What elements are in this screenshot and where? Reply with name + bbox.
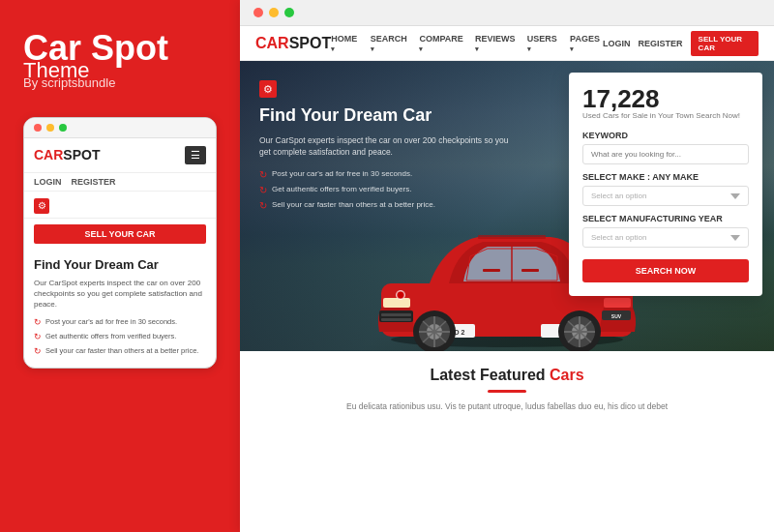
desktop-register-link[interactable]: REGISTER <box>639 39 683 48</box>
nav-users[interactable]: USERS <box>527 34 560 53</box>
hero-bullet-icon-1: ↻ <box>259 169 267 180</box>
mobile-dots-bar <box>24 118 216 138</box>
desktop-logo-car: CAR <box>255 35 289 51</box>
hero-bullet-icon-2: ↻ <box>259 185 267 195</box>
make-label: Select Make : Any make <box>582 172 749 182</box>
nav-reviews[interactable]: REVIEWS <box>475 34 518 53</box>
desktop-nav: CARSPOT HOME SEARCH COMPARE REVIEWS USER… <box>240 26 774 61</box>
desktop-login-link[interactable]: LOGIN <box>603 39 631 48</box>
svg-rect-4 <box>381 313 411 316</box>
browser-dot-green <box>284 8 294 17</box>
bottom-title: Latest Featured Cars <box>259 367 755 384</box>
browser-bar <box>240 0 774 26</box>
svg-point-9 <box>397 291 404 299</box>
bottom-description: Eu delicata rationibus usu. Vis te putan… <box>313 400 700 413</box>
mobile-content: Find Your Dream Car Our CarSpot experts … <box>24 250 216 369</box>
bottom-section: Latest Featured Cars Eu delicata rationi… <box>240 351 774 532</box>
desktop-logo: CARSPOT <box>255 35 331 52</box>
bottom-title-normal: Latest Featured <box>430 367 545 383</box>
nav-search[interactable]: SEARCH <box>371 34 410 53</box>
search-widget: 17,228 Used Cars for Sale in Your Town S… <box>569 73 762 296</box>
mobile-bullet-2: ↻ Get authentic offers from verified buy… <box>34 332 206 343</box>
keyword-label: Keyword <box>582 131 749 140</box>
mobile-login-row: LOGIN REGISTER <box>24 173 216 192</box>
svg-rect-29 <box>478 235 546 239</box>
svg-rect-6 <box>383 298 410 308</box>
mobile-bullet-1: ↻ Post your car's ad for free in 30 seco… <box>34 317 206 329</box>
mobile-bullet-3: ↻ Sell your car faster than others at a … <box>34 346 206 358</box>
nav-compare[interactable]: COMPARE <box>419 34 464 53</box>
mobile-dot-green <box>59 124 67 132</box>
browser-dot-red <box>253 8 263 17</box>
svg-rect-5 <box>381 318 411 321</box>
desktop-nav-links: HOME SEARCH COMPARE REVIEWS USERS PAGES <box>331 34 603 53</box>
year-select[interactable]: Select an option <box>582 227 749 248</box>
desktop-nav-right: LOGIN REGISTER SELL YOUR CAR <box>603 31 759 56</box>
mobile-logo: CARSPOT <box>34 147 100 163</box>
hero-section: ⚙ Find Your Dream Car Our CarSpot expert… <box>240 61 774 351</box>
left-panel: Car Spot Theme By scriptsbundle CARSPOT … <box>0 0 240 532</box>
app-by: By scriptsbundle <box>23 75 217 90</box>
mobile-dot-yellow <box>46 124 54 132</box>
mobile-nav: CARSPOT ☰ <box>24 138 216 173</box>
hero-bullet-icon-3: ↻ <box>259 200 267 211</box>
mobile-find-title: Find Your Dream Car <box>34 257 206 272</box>
svg-rect-31 <box>521 269 539 272</box>
mobile-dot-red <box>34 124 42 132</box>
browser-dot-yellow <box>269 8 279 17</box>
svg-rect-7 <box>604 298 631 308</box>
keyword-input[interactable] <box>582 144 749 164</box>
search-now-button[interactable]: SEARCH NOW <box>582 259 749 282</box>
desktop-logo-spot: SPOT <box>289 35 332 51</box>
svg-text:SUV: SUV <box>611 313 622 319</box>
hero-title: Find Your Dream Car <box>259 105 511 127</box>
search-count-description: Used Cars for Sale in Your Town Search N… <box>582 111 749 121</box>
make-select[interactable]: Select an option <box>582 186 749 206</box>
mobile-login-link[interactable]: LOGIN <box>34 177 62 187</box>
bottom-title-highlight: Cars <box>550 367 584 383</box>
svg-rect-30 <box>483 269 500 272</box>
mobile-logo-car: CAR <box>34 147 63 163</box>
mobile-gear-icon: ⚙ <box>34 198 49 214</box>
mobile-hamburger-button[interactable]: ☰ <box>185 146 206 164</box>
bullet-icon-3: ↻ <box>34 346 42 358</box>
year-label: Select Manufacturing Year <box>582 214 749 223</box>
desktop-sell-button[interactable]: SELL YOUR CAR <box>691 31 759 56</box>
hero-description: Our CarSpot experts inspect the car on o… <box>259 134 511 160</box>
mobile-bullet-text-3: Sell your car faster than others at a be… <box>45 346 198 356</box>
bullet-icon-1: ↻ <box>34 317 42 329</box>
mobile-bullet-text-2: Get authentic offers from verified buyer… <box>45 332 176 341</box>
mobile-gear-row: ⚙ <box>24 192 216 219</box>
mobile-register-link[interactable]: REGISTER <box>72 177 116 187</box>
mobile-bullet-text-1: Post your car's ad for free in 30 second… <box>45 317 177 327</box>
mobile-mockup: CARSPOT ☰ LOGIN REGISTER ⚙ SELL YOUR CAR… <box>23 117 217 369</box>
search-count: 17,228 <box>582 86 749 111</box>
mobile-logo-spot: SPOT <box>63 147 100 163</box>
right-panel: CARSPOT HOME SEARCH COMPARE REVIEWS USER… <box>240 0 774 532</box>
bottom-divider <box>488 390 526 393</box>
bullet-icon-2: ↻ <box>34 332 42 343</box>
nav-home[interactable]: HOME <box>331 34 361 53</box>
nav-pages[interactable]: PAGES <box>570 34 603 53</box>
mobile-sell-button[interactable]: SELL YOUR CAR <box>34 224 206 244</box>
hero-gear-icon: ⚙ <box>259 80 277 98</box>
mobile-description: Our CarSpot experts inspect the car on o… <box>34 278 206 310</box>
